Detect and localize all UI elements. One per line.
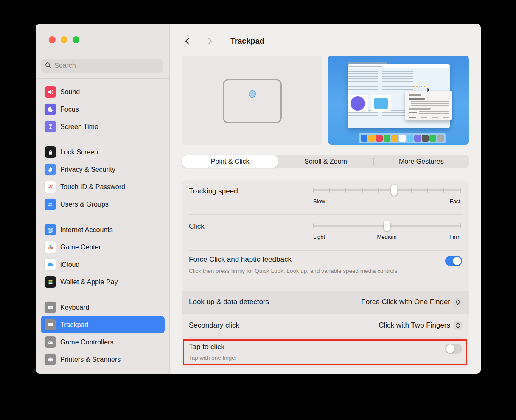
cloud-icon bbox=[45, 259, 56, 270]
sidebar-item-label: Game Controllers bbox=[60, 339, 113, 346]
secondary-click-dropdown[interactable] bbox=[454, 321, 462, 330]
sidebar-item-label: Game Center bbox=[60, 244, 101, 251]
gesture-tabs: Point & Click Scroll & Zoom More Gesture… bbox=[182, 155, 469, 168]
medium-label: Medium bbox=[377, 234, 396, 240]
click-label: Click bbox=[189, 222, 205, 231]
users-icon bbox=[45, 199, 56, 210]
printer-icon bbox=[45, 354, 56, 365]
hourglass-icon bbox=[45, 121, 56, 132]
search-input[interactable] bbox=[54, 62, 159, 70]
tab-point-and-click[interactable]: Point & Click bbox=[182, 155, 278, 168]
preview-cards bbox=[182, 56, 469, 145]
sidebar-nav: Sound Focus Screen Time Lock Screen bbox=[41, 83, 165, 368]
force-click-description: Click then press firmly for Quick Look, … bbox=[189, 266, 414, 275]
sidebar-item-printers-scanners[interactable]: Printers & Scanners bbox=[41, 351, 165, 368]
trackpad-icon bbox=[45, 319, 56, 330]
sidebar-item-focus[interactable]: Focus bbox=[41, 101, 165, 118]
sidebar-item-label: Touch ID & Password bbox=[60, 183, 125, 191]
sidebar-item-privacy-security[interactable]: Privacy & Security bbox=[41, 161, 165, 178]
touch-point-dot bbox=[249, 90, 256, 98]
sidebar-item-label: Lock Screen bbox=[60, 148, 98, 156]
secondary-click-value: Click with Two Fingers bbox=[379, 321, 450, 330]
sidebar-item-lock-screen[interactable]: Lock Screen bbox=[41, 143, 165, 161]
annotation-box bbox=[183, 339, 467, 365]
sidebar-item-icloud[interactable]: iCloud bbox=[41, 256, 165, 273]
slow-label: Slow bbox=[313, 198, 325, 204]
sidebar-item-label: Internet Accounts bbox=[60, 226, 113, 234]
tracking-speed-slider[interactable] bbox=[313, 185, 460, 196]
close-button[interactable] bbox=[49, 36, 56, 43]
sidebar-item-label: Sound bbox=[60, 88, 80, 96]
sidebar-item-game-controllers[interactable]: Game Controllers bbox=[41, 333, 165, 351]
tab-more-gestures[interactable]: More Gestures bbox=[374, 155, 469, 168]
zoom-button[interactable] bbox=[73, 36, 79, 43]
sidebar-item-label: Privacy & Security bbox=[60, 166, 115, 174]
minimize-button[interactable] bbox=[61, 36, 67, 43]
system-settings-window: Sound Focus Screen Time Lock Screen bbox=[36, 24, 481, 374]
keyboard-icon bbox=[45, 302, 56, 313]
sidebar-item-label: Printers & Scanners bbox=[60, 356, 121, 364]
highlighted-link bbox=[413, 86, 425, 87]
sidebar-item-keyboard[interactable]: Keyboard bbox=[41, 299, 165, 316]
back-button[interactable] bbox=[182, 36, 193, 47]
sidebar-item-label: iCloud bbox=[60, 261, 79, 269]
sidebar-divider bbox=[36, 78, 169, 79]
sidebar-item-sound[interactable]: Sound bbox=[41, 83, 165, 101]
main-content: Trackpad bbox=[170, 24, 481, 374]
sidebar-item-label: Keyboard bbox=[60, 304, 90, 311]
tracking-speed-row: Tracking speed Slow Fast bbox=[182, 180, 469, 214]
mock-dock bbox=[359, 133, 446, 143]
sidebar-item-label: Focus bbox=[60, 106, 79, 113]
page-header: Trackpad bbox=[182, 34, 469, 48]
sidebar-item-screen-time[interactable]: Screen Time bbox=[41, 118, 165, 135]
wallet-icon bbox=[45, 276, 56, 288]
click-row: Click Light Medium Firm bbox=[182, 214, 469, 250]
sidebar: Sound Focus Screen Time Lock Screen bbox=[36, 24, 170, 374]
click-slider[interactable] bbox=[313, 220, 460, 231]
secondary-click-label: Secondary click bbox=[189, 321, 239, 330]
sidebar-item-game-center[interactable]: Game Center bbox=[41, 238, 165, 256]
hand-icon bbox=[45, 164, 56, 175]
sidebar-item-label: Users & Groups bbox=[60, 201, 109, 208]
force-click-toggle[interactable] bbox=[445, 256, 462, 266]
traffic-lights bbox=[49, 36, 79, 43]
firm-label: Firm bbox=[449, 234, 460, 240]
look-up-label: Look up & data detectors bbox=[189, 298, 269, 306]
speaker-icon bbox=[45, 86, 56, 98]
sidebar-item-trackpad[interactable]: Trackpad bbox=[41, 316, 165, 333]
gamepad-icon bbox=[45, 336, 56, 348]
sidebar-item-label: Wallet & Apple Pay bbox=[60, 278, 118, 286]
look-up-row: Look up & data detectors Force Click wit… bbox=[182, 291, 469, 314]
fast-label: Fast bbox=[450, 198, 460, 204]
quick-look-popover bbox=[405, 91, 452, 120]
search-field[interactable] bbox=[41, 59, 163, 73]
cursor-icon bbox=[427, 87, 432, 95]
secondary-click-row: Secondary click Click with Two Fingers bbox=[182, 314, 469, 337]
force-click-label: Force Click and haptic feedback bbox=[189, 255, 292, 264]
sidebar-item-touch-id[interactable]: Touch ID & Password bbox=[41, 178, 165, 196]
sidebar-item-wallet[interactable]: Wallet & Apple Pay bbox=[41, 273, 165, 291]
click-thumb[interactable] bbox=[384, 220, 390, 231]
tracking-speed-thumb[interactable] bbox=[391, 185, 397, 196]
gesture-preview-video bbox=[328, 56, 469, 145]
fingerprint-icon bbox=[45, 181, 56, 193]
lock-icon bbox=[45, 146, 56, 158]
trackpad-illustration bbox=[182, 56, 322, 145]
sidebar-item-users-groups[interactable]: Users & Groups bbox=[41, 196, 165, 213]
search-icon bbox=[45, 62, 51, 70]
game-center-icon bbox=[45, 241, 56, 253]
moon-icon bbox=[45, 104, 56, 115]
look-up-value: Force Click with One Finger bbox=[361, 298, 450, 306]
tab-scroll-and-zoom[interactable]: Scroll & Zoom bbox=[278, 155, 373, 168]
sidebar-item-label: Trackpad bbox=[60, 321, 88, 329]
at-icon: @ bbox=[45, 224, 56, 235]
page-title: Trackpad bbox=[230, 37, 264, 46]
sidebar-item-internet-accounts[interactable]: @ Internet Accounts bbox=[41, 221, 165, 238]
trackpad-outline bbox=[223, 79, 282, 123]
tracking-speed-label: Tracking speed bbox=[189, 187, 238, 196]
light-label: Light bbox=[313, 234, 325, 240]
forward-button[interactable] bbox=[204, 36, 215, 47]
force-click-row: Force Click and haptic feedback Click th… bbox=[182, 250, 469, 291]
look-up-dropdown[interactable] bbox=[454, 298, 462, 306]
sidebar-item-label: Screen Time bbox=[60, 123, 98, 131]
